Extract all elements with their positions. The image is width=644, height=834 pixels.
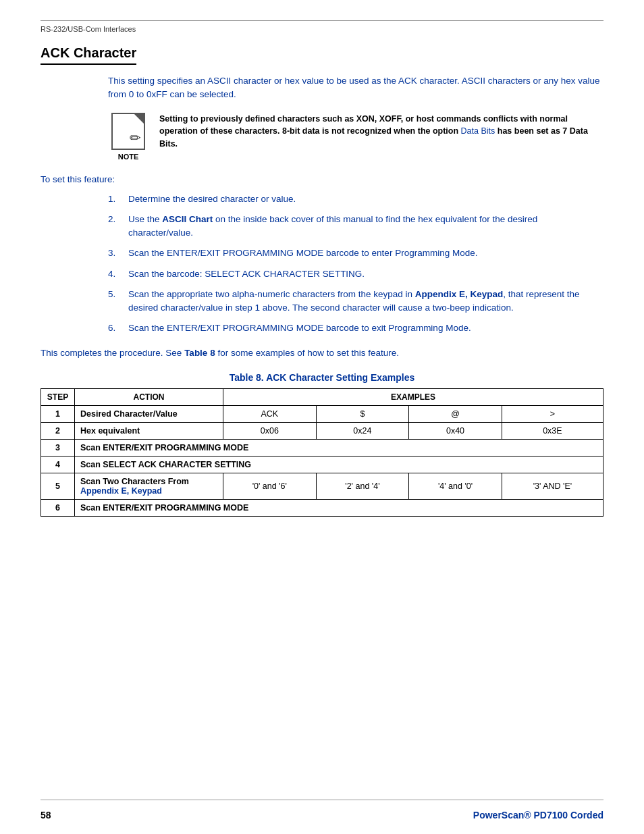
breadcrumb: RS-232/USB-Com Interfaces [41,25,603,33]
step-text-4: Scan the barcode: SELECT ACK CHARACTER S… [128,267,365,281]
steps-list: 1. Determine the desired character or va… [108,192,603,336]
page-number: 58 [41,810,51,820]
step-4: 4. Scan the barcode: SELECT ACK CHARACTE… [108,267,603,281]
table-row-1: 1 Desired Character/Value ACK $ @ > [41,405,603,422]
ex2-5: '2' and '4' [316,473,409,499]
ex3-2: 0x40 [409,422,502,439]
ack-table: STEP ACTION EXAMPLES 1 Desired Character… [41,388,603,517]
th-step: STEP [41,388,75,405]
step-5: 5. Scan the appropriate two alpha-numeri… [108,288,603,315]
appendix-link-table[interactable]: Appendix E, Keypad [80,486,162,496]
ascii-chart-link[interactable]: ASCII Chart [162,214,213,224]
step-2: 2 [41,422,75,439]
step-1: 1. Determine the desired character or va… [108,192,603,206]
th-action: ACTION [75,388,223,405]
ex2-1: $ [316,405,409,422]
section-title: ACK Character [41,45,136,65]
step-num-2: 2. [108,213,122,240]
step-6: 6 [41,499,75,516]
step-text-1: Determine the desired character or value… [128,192,296,206]
table-title: Table 8. ACK Character Setting Examples [41,372,603,383]
table-header-row: STEP ACTION EXAMPLES [41,388,603,405]
ex4-5: '3' AND 'E' [502,473,603,499]
action-1: Desired Character/Value [75,405,223,422]
ex1-1: ACK [223,405,317,422]
note-label: NOTE [118,153,139,161]
product-name: PowerScan® PD7100 Corded [473,810,603,820]
action-2: Hex equivalent [75,422,223,439]
to-set-label: To set this feature: [41,174,603,184]
table-row-5: 5 Scan Two Characters From Appendix E, K… [41,473,603,499]
note-box: NOTE Setting to previously defined chara… [108,113,603,161]
note-icon [111,113,145,150]
step-num-4: 4. [108,267,122,281]
step-4: 4 [41,456,75,473]
table-row-3: 3 Scan ENTER/EXIT PROGRAMMING MODE [41,439,603,456]
step-num-6: 6. [108,321,122,335]
ex3-1: @ [409,405,502,422]
intro-paragraph: This setting specifies an ASCII characte… [108,74,603,102]
step-5: 5 [41,473,75,499]
ex3-5: '4' and '0' [409,473,502,499]
step-num-5: 5. [108,288,122,315]
step-num-3: 3. [108,246,122,260]
note-text: Setting to previously defined characters… [159,113,603,151]
step-3: 3. Scan the ENTER/EXIT PROGRAMMING MODE … [108,246,603,260]
table-row-4: 4 Scan SELECT ACK CHARACTER SETTING [41,456,603,473]
action-4: Scan SELECT ACK CHARACTER SETTING [75,456,603,473]
ex2-2: 0x24 [316,422,409,439]
step-1: 1 [41,405,75,422]
ex4-1: > [502,405,603,422]
table8-link[interactable]: Table 8 [184,348,215,358]
appendix-e-link[interactable]: Appendix E, Keypad [415,289,504,299]
table-row-2: 2 Hex equivalent 0x06 0x24 0x40 0x3E [41,422,603,439]
ex1-5: '0' and '6' [223,473,317,499]
note-icon-container: NOTE [108,113,149,161]
step-2: 2. Use the ASCII Chart on the inside bac… [108,213,603,240]
ex4-2: 0x3E [502,422,603,439]
completion-text: This completes the procedure. See Table … [41,346,603,360]
step-text-5: Scan the appropriate two alpha-numeric c… [128,288,603,315]
step-text-3: Scan the ENTER/EXIT PROGRAMMING MODE bar… [128,246,477,260]
footer: 58 PowerScan® PD7100 Corded [41,810,603,820]
step-num-1: 1. [108,192,122,206]
step-6: 6. Scan the ENTER/EXIT PROGRAMMING MODE … [108,321,603,335]
table-row-6: 6 Scan ENTER/EXIT PROGRAMMING MODE [41,499,603,516]
step-text-2: Use the ASCII Chart on the inside back c… [128,213,603,240]
ex1-2: 0x06 [223,422,317,439]
page: RS-232/USB-Com Interfaces ACK Character … [0,0,644,834]
step-3: 3 [41,439,75,456]
action-3: Scan ENTER/EXIT PROGRAMMING MODE [75,439,603,456]
step-text-6: Scan the ENTER/EXIT PROGRAMMING MODE bar… [128,321,471,335]
th-examples: EXAMPLES [223,388,603,405]
footer-rule [41,800,603,800]
action-6: Scan ENTER/EXIT PROGRAMMING MODE [75,499,603,516]
action-5: Scan Two Characters From Appendix E, Key… [75,473,223,499]
top-rule [41,20,603,21]
